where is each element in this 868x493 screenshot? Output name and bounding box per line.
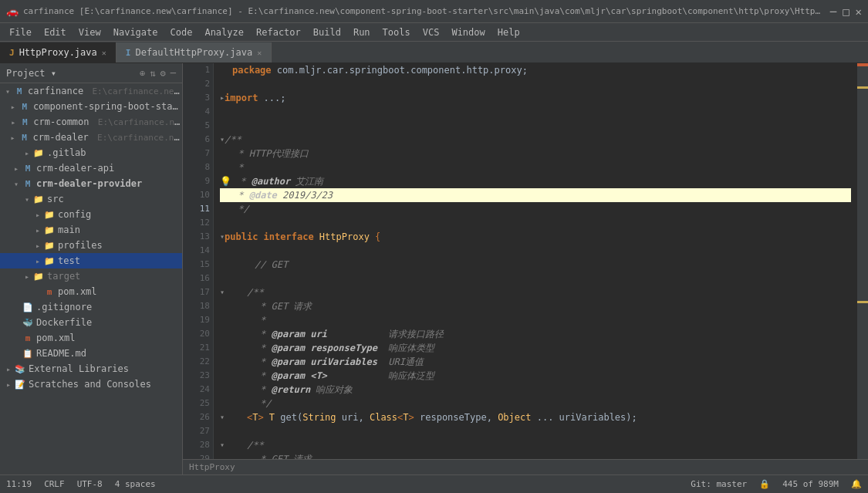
item-label: Dockerfile	[36, 317, 92, 328]
library-icon: 📚	[14, 363, 26, 375]
gutter	[220, 383, 232, 397]
sidebar-item-profiles[interactable]: ▸ 📁 profiles	[0, 238, 182, 253]
item-label: src	[47, 194, 64, 204]
sidebar-item-dockerfile[interactable]: 🐳 Dockerfile	[0, 315, 182, 330]
line-num: 3	[186, 91, 210, 105]
line-num: 12	[186, 216, 210, 230]
menu-item-navigate[interactable]: Navigate	[107, 25, 164, 39]
sidebar-sync-icon[interactable]: ⇅	[150, 68, 155, 79]
maximize-btn[interactable]: □	[843, 5, 849, 18]
item-label: config	[58, 209, 91, 220]
gutter	[220, 160, 232, 174]
code-content[interactable]: package com.mljr.car.springboot.componen…	[214, 63, 857, 459]
menu-item-tools[interactable]: Tools	[377, 25, 417, 39]
sidebar-item-crm-dealer-api[interactable]: ▸ M crm-dealer-api	[0, 160, 182, 176]
line-num-active: 11	[186, 202, 210, 216]
sidebar-item-gitignore[interactable]: 📄 .gitignore	[0, 299, 182, 315]
sidebar-item-crm-dealer[interactable]: ▸ M crm-dealer E:\carfinance.new\crm-dea…	[0, 130, 182, 145]
line-num: 7	[186, 147, 210, 160]
menu-item-file[interactable]: File	[3, 25, 38, 39]
sidebar-item-crm-common[interactable]: ▸ M crm-common E:\carfinance.new\crm-co.…	[0, 114, 182, 130]
sidebar-item-gitlab[interactable]: ▸ 📁 .gitlab	[0, 145, 182, 160]
sidebar-item-external-libraries[interactable]: ▸ 📚 External Libraries	[0, 361, 182, 377]
annotation: @param	[272, 341, 305, 355]
minimize-btn[interactable]: ─	[830, 5, 836, 18]
menu-item-help[interactable]: Help	[491, 25, 526, 39]
gutter	[220, 244, 232, 258]
param-name: uri	[310, 327, 327, 341]
tab-label: DefaultHttpProxy.java	[135, 47, 252, 58]
comment: *	[235, 174, 252, 188]
tab-defaulthttpproxy[interactable]: I DefaultHttpProxy.java ✕	[117, 42, 272, 62]
comment: *	[232, 160, 243, 174]
sidebar-item-test[interactable]: ▸ 📁 test	[0, 253, 182, 268]
menu-item-vcs[interactable]: VCS	[417, 25, 446, 39]
expand-arrow: ▸	[11, 164, 22, 173]
right-scrollbar[interactable]	[857, 63, 868, 459]
maven-icon: m	[22, 332, 34, 344]
comment: *	[232, 355, 272, 369]
sidebar-item-carfinance[interactable]: ▾ M carfinance E:\carfinance.new\carfina…	[0, 83, 182, 99]
annotation: @param	[272, 327, 305, 341]
tab-close-icon[interactable]: ✕	[102, 49, 106, 57]
code-line: *	[220, 313, 851, 327]
sidebar-item-readme[interactable]: 📋 README.md	[0, 346, 182, 361]
code-line	[220, 77, 851, 91]
sidebar-new-icon[interactable]: ⊕	[140, 68, 145, 79]
menu-item-analyze[interactable]: Analyze	[198, 25, 250, 39]
sidebar-item-pom[interactable]: m pom.xml	[0, 284, 182, 299]
type-param: T	[403, 410, 408, 424]
sidebar-item-component[interactable]: ▸ M component-spring-boot-starter E:\ca.…	[0, 99, 182, 114]
line-num: 1	[186, 63, 210, 77]
sidebar-collapse-icon[interactable]: ─	[171, 68, 176, 79]
menu-item-build[interactable]: Build	[307, 25, 347, 39]
comment: 响应对象	[310, 383, 353, 397]
maven-icon: m	[43, 285, 56, 298]
gutter	[220, 313, 232, 327]
line-num: 23	[186, 369, 210, 383]
tab-close-icon[interactable]: ✕	[257, 49, 262, 57]
sidebar-item-config[interactable]: ▸ 📁 config	[0, 207, 182, 222]
menu-item-code[interactable]: Code	[164, 25, 199, 39]
md-icon: 📋	[22, 347, 34, 360]
line-ending: CRLF	[44, 479, 65, 489]
sidebar-item-crm-dealer-provider[interactable]: ▾ M crm-dealer-provider	[0, 176, 182, 191]
expand-arrow: ▸	[22, 149, 32, 157]
line-num: 28	[186, 438, 210, 452]
comment	[305, 355, 310, 369]
comment: 响应体泛型	[327, 369, 434, 383]
code-line	[220, 119, 851, 133]
sidebar-settings-icon[interactable]: ⚙	[160, 68, 166, 79]
line-num: 5	[186, 119, 210, 133]
menu-item-window[interactable]: Window	[445, 25, 491, 39]
menu-item-run[interactable]: Run	[347, 25, 377, 39]
tab-httpproxy[interactable]: J HttpProxy.java ✕	[0, 42, 117, 62]
line-num: 17	[186, 285, 210, 299]
sidebar-item-src[interactable]: ▾ 📁 src	[0, 191, 182, 207]
gutter	[220, 272, 232, 285]
item-label: README.md	[36, 348, 86, 359]
line-num: 22	[186, 355, 210, 369]
menu-item-edit[interactable]: Edit	[38, 25, 73, 39]
sidebar-item-pom-root[interactable]: m pom.xml	[0, 330, 182, 346]
cursor-position: 11:19	[6, 479, 32, 489]
menu-item-view[interactable]: View	[73, 25, 107, 39]
code-line	[220, 105, 851, 119]
sidebar-item-main[interactable]: ▸ 📁 main	[0, 222, 182, 238]
code-line: ▾ /**	[220, 285, 851, 299]
param-name: uriVariables	[310, 355, 377, 369]
keyword: public	[225, 230, 264, 244]
scratch-icon: 📝	[14, 378, 26, 390]
code-text	[232, 258, 255, 272]
menu-item-refactor[interactable]: Refactor	[250, 25, 307, 39]
sidebar-item-scratches[interactable]: ▸ 📝 Scratches and Consoles	[0, 377, 182, 392]
comment: *	[232, 369, 272, 383]
expand-arrow: ▸	[8, 103, 19, 111]
gutter	[220, 147, 232, 160]
sidebar-item-target[interactable]: ▸ 📁 target	[0, 268, 182, 284]
code-line: ▾ /**	[220, 133, 851, 147]
breadcrumb-text: HttpProxy	[189, 462, 235, 472]
close-btn[interactable]: ✕	[856, 5, 862, 18]
lock-icon: 🔒	[759, 479, 770, 489]
code-line: package com.mljr.car.springboot.componen…	[220, 63, 851, 77]
